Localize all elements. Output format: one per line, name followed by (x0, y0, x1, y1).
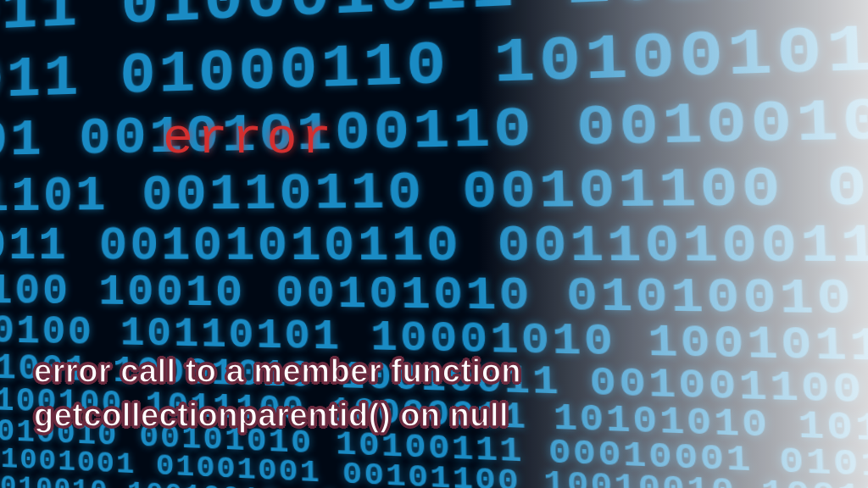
title-caption: error call to a member function getcolle… (34, 350, 521, 437)
title-line-1: error call to a member function (34, 350, 521, 393)
title-line-2: getcollectionparentid() on null (34, 394, 521, 437)
error-word: error (163, 110, 336, 168)
